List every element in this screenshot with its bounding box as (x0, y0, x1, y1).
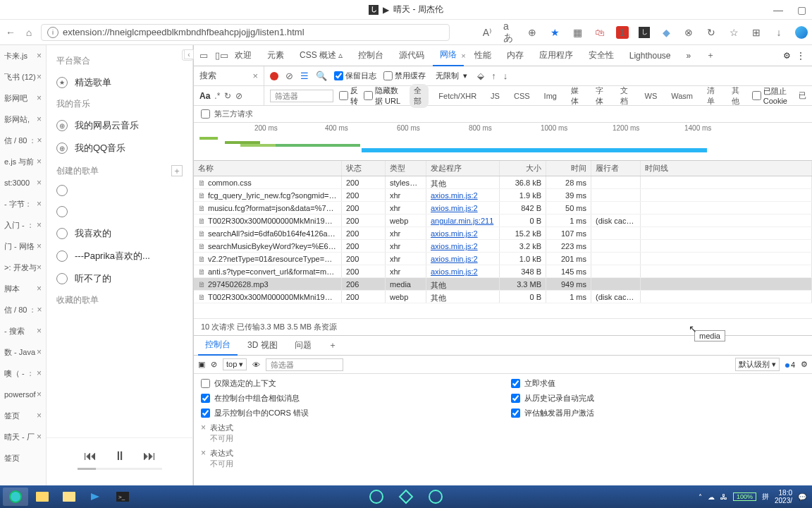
browser-tab[interactable]: 噢（ - ﹕× (0, 363, 46, 384)
close-tab-icon[interactable]: × (37, 178, 42, 188)
remove-expr-icon[interactable]: × (201, 423, 206, 433)
tray-time[interactable]: 18:0 (775, 489, 792, 497)
filter-type-pill[interactable]: 清单 (703, 84, 722, 108)
col-waterfall[interactable]: 时间线 (641, 161, 812, 176)
back-button[interactable]: ← (4, 26, 17, 39)
sidebar-item-paprika[interactable]: ---Paprika喜欢的... (47, 245, 192, 267)
tray-net-icon[interactable]: 🖧 (720, 493, 727, 501)
close-tab-icon[interactable]: × (37, 72, 42, 82)
taskbar-vscode-icon[interactable] (83, 488, 109, 506)
issues-badge[interactable]: 4 (785, 361, 795, 369)
console-setting-checkbox[interactable]: 立即求值 (511, 378, 805, 389)
info-icon[interactable]: i (47, 27, 59, 38)
favorite-star-icon[interactable]: ★ (548, 26, 561, 39)
collapse-devtools-button[interactable]: ‹ (184, 49, 194, 59)
download-har-icon[interactable]: ↓ (503, 71, 508, 81)
search-icon[interactable]: 🔍 (316, 71, 327, 81)
next-track-button[interactable]: ⏭ (143, 449, 156, 464)
close-tab-icon[interactable]: × (37, 157, 42, 167)
taskbar-files-icon[interactable] (56, 488, 82, 506)
close-tab-icon[interactable]: × (37, 135, 42, 145)
tab-performance[interactable]: 性能 (467, 45, 498, 66)
drawer-add-tab[interactable]: ＋ (321, 336, 344, 355)
shopping-badge-icon[interactable]: 1 (616, 26, 629, 39)
devtools-tab[interactable]: 源代码 (392, 45, 431, 66)
progress-bar[interactable] (78, 468, 162, 470)
browser-tab[interactable]: e.js 与前× (0, 151, 46, 172)
close-tab-icon[interactable]: × (37, 411, 42, 421)
taskbar-center1-icon[interactable] (364, 488, 389, 506)
live-expr-icon[interactable]: 👁 (252, 361, 260, 369)
filter-type-pill[interactable]: 其他 (727, 84, 746, 108)
col-size[interactable]: 大小 (500, 161, 546, 176)
match-case-icon[interactable]: Aa (199, 91, 210, 101)
filter-type-pill[interactable]: CSS (510, 90, 534, 102)
live-expression[interactable]: ×表达式不可用 (201, 448, 497, 469)
clear-button[interactable]: ⊘ (285, 71, 293, 81)
network-request-row[interactable]: 🗎searchMusicBykeyWord?key=%E6%99%B...200… (194, 240, 812, 253)
disable-cache-checkbox[interactable]: 禁用缓存 (383, 71, 426, 81)
collections-icon[interactable]: ▦ (571, 26, 584, 39)
sidebar-item-netease[interactable]: ⊕我的网易云音乐 (47, 114, 192, 137)
close-tab-icon[interactable]: × (37, 432, 42, 442)
browser-tab[interactable]: >: 开发与× (0, 257, 46, 278)
sidebar-item-cantplay[interactable]: 听不了的 (47, 267, 192, 290)
log-level-select[interactable]: 默认级别 ▾ (735, 358, 780, 371)
browser-tab[interactable]: 信 / 80 ﹕× (0, 130, 46, 151)
tray-input-icon[interactable]: 拼 (762, 492, 769, 502)
network-request-row[interactable]: 🗎anti.s?type=convert_url&format=mp3&r...… (194, 265, 812, 278)
close-tab-icon[interactable]: × (37, 347, 42, 357)
devtools-tab[interactable]: 欢迎 (228, 45, 259, 66)
console-sidebar-icon[interactable]: ▣ (198, 360, 205, 369)
read-aloud-icon[interactable]: A⁾ (481, 26, 493, 39)
console-clear-icon[interactable]: ⊘ (211, 360, 217, 369)
close-tab-icon[interactable]: × (37, 262, 42, 272)
console-settings-icon[interactable]: ⚙ (801, 360, 808, 369)
favorites-bar-icon[interactable]: ☆ (727, 26, 740, 39)
tray-date[interactable]: 2023/ (775, 497, 792, 504)
col-status[interactable]: 状态 (342, 161, 386, 176)
clear-search-icon[interactable]: ⊘ (235, 91, 242, 101)
add-tab-button[interactable]: ＋ (699, 45, 722, 66)
browser-tab[interactable]: 卡来.js× (0, 45, 46, 66)
drawer-tab-3d[interactable]: 3D 视图 (240, 336, 285, 355)
close-tab-icon[interactable]: × (37, 114, 42, 124)
filter-type-pill[interactable]: 全部 (410, 84, 429, 108)
profile-avatar[interactable] (795, 26, 808, 39)
network-request-row[interactable]: 🗎v2.2?netType=01&resourceType=E&son...20… (194, 253, 812, 265)
console-context-select[interactable]: top ▾ (223, 358, 247, 370)
network-request-row[interactable]: 🗎T002R300x300M000000MkMni19CIKG.jpg200we… (194, 214, 812, 227)
ext3-icon[interactable]: ⊗ (682, 26, 695, 39)
close-tab-icon[interactable]: × (37, 389, 42, 399)
filter-type-pill[interactable]: JS (486, 90, 504, 102)
inspect-element-icon[interactable]: ▭ (197, 50, 211, 61)
browser-tab[interactable]: 影网吧× (0, 87, 46, 109)
network-request-row[interactable]: 🗎searchAll?sid=6dfa60b164fe4126a79f028..… (194, 227, 812, 240)
blocked-cookies-checkbox[interactable]: 已阻止 Cookie (752, 86, 793, 105)
col-name[interactable]: 名称 (194, 161, 342, 176)
more-tabs-button[interactable]: » (679, 47, 699, 65)
browser-tab[interactable]: 信 / 80 ﹕× (0, 299, 46, 320)
more-menu-icon[interactable]: ⋮ (796, 51, 805, 61)
third-party-filter[interactable]: 第三方请求 (194, 106, 812, 123)
address-bar[interactable]: i extension://hneiglcmpeedblkmbndhfbeahc… (41, 24, 450, 41)
minimize-button[interactable]: — (773, 4, 783, 16)
browser-tab[interactable]: powersof× (0, 384, 46, 405)
add-playlist-button[interactable]: ＋ (171, 165, 183, 176)
invert-checkbox[interactable]: 反转 (339, 85, 358, 107)
close-tab-icon[interactable]: × (37, 326, 42, 336)
network-request-row[interactable]: 🗎common.css200stylesheet其他36.8 kB28 ms (194, 176, 812, 189)
drawer-tab-console[interactable]: 控制台 (198, 335, 238, 356)
filter-type-pill[interactable]: 文档 (616, 84, 635, 108)
maximize-button[interactable]: ▢ (797, 4, 806, 16)
devtools-tab[interactable]: 网络 (433, 44, 464, 66)
refresh-search-icon[interactable]: ↻ (224, 91, 231, 101)
browser-tab[interactable]: 入门 - ﹕× (0, 214, 46, 236)
translate-icon[interactable]: aあ (503, 26, 516, 39)
close-tab-icon[interactable]: × (37, 305, 42, 315)
console-filter-input[interactable] (266, 358, 343, 371)
col-initiator[interactable]: 发起程序 (426, 161, 500, 176)
battery-indicator[interactable]: 100% (733, 492, 756, 501)
filter-type-pill[interactable]: Img (540, 90, 561, 102)
prev-track-button[interactable]: ⏮ (84, 449, 97, 464)
